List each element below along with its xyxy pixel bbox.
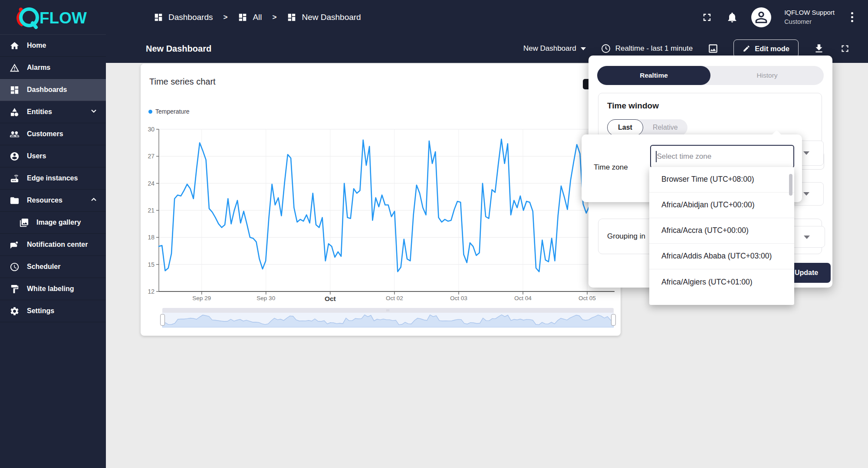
x-axis-tick-label: Oct 04 — [514, 295, 532, 301]
chart-legend[interactable]: Temperature — [148, 108, 190, 115]
chart-plot-area: 30272421181512 Sep 29Sep 30OctOct 02Oct … — [159, 129, 615, 291]
x-axis-tick-label: Oct — [325, 295, 336, 303]
alarms-icon — [10, 63, 20, 73]
timezone-option[interactable]: Africa/Abidjan (UTC+00:00) — [649, 193, 794, 218]
text-cursor — [656, 151, 657, 162]
sidebar-item-label: Entities — [27, 108, 52, 116]
user-name: IQFLOW Support — [784, 8, 835, 17]
sidebar-item-alarms[interactable]: Alarms — [0, 57, 106, 79]
sidebar-item-edge-instances[interactable]: Edge instances — [0, 167, 106, 190]
timezone-option[interactable]: Africa/Algiers (UTC+01:00) — [649, 269, 794, 295]
kebab-menu-icon[interactable] — [848, 10, 857, 24]
x-axis-tick-label: Oct 05 — [579, 295, 596, 301]
chart-range-selector[interactable]: ||| — [162, 308, 614, 328]
clock-icon — [601, 43, 611, 54]
grouping-interval-label: Grouping in — [607, 232, 645, 241]
edit-mode-button[interactable]: Edit mode — [733, 39, 799, 58]
y-axis-tick-label: 18 — [140, 234, 155, 241]
dashboards-icon — [287, 13, 296, 22]
resources-icon — [10, 196, 20, 206]
toggle-relative[interactable]: Relative — [643, 124, 687, 131]
toolbar-actions: New Dashboard Realtime - last 1 minute E… — [523, 39, 868, 58]
range-selector-preview[interactable] — [162, 313, 614, 327]
x-axis-tick-label: Sep 29 — [192, 295, 211, 301]
user-role: Customer — [784, 17, 835, 26]
time-window-button[interactable]: Realtime - last 1 minute — [601, 43, 693, 54]
customers-icon — [10, 129, 20, 139]
timezone-input-placeholder: Select time zone — [657, 152, 712, 161]
sidebar-item-entities[interactable]: Entities — [0, 101, 106, 123]
dashboard-select[interactable]: New Dashboard — [523, 44, 586, 53]
sidebar-item-label: Resources — [27, 196, 62, 204]
sidebar-item-users[interactable]: Users — [0, 145, 106, 167]
x-axis-tick-label: Sep 30 — [256, 295, 275, 301]
chevron-down-icon — [804, 236, 810, 239]
sidebar-item-customers[interactable]: Customers — [0, 123, 106, 145]
timezone-option[interactable]: Africa/Addis Ababa (UTC+03:00) — [649, 244, 794, 269]
y-axis-tick-label: 24 — [140, 180, 155, 187]
entities-icon — [10, 107, 20, 117]
chevron-down-icon — [803, 192, 809, 196]
sidebar-item-label: Scheduler — [27, 263, 60, 271]
iqflow-logo[interactable]: FLOW — [0, 6, 106, 29]
last-relative-toggle: Last Relative — [607, 119, 687, 136]
sidebar-item-scheduler[interactable]: Scheduler — [0, 256, 106, 278]
sidebar-item-label: Edge instances — [27, 174, 78, 182]
dashboards-icon — [154, 13, 163, 22]
app-root: FLOW Dashboards>All>New Dashboard IQFLOW… — [0, 0, 868, 468]
chevron-down-icon — [89, 107, 98, 117]
breadcrumb-item-new-dashboard[interactable]: New Dashboard — [287, 13, 361, 22]
image-export-icon[interactable] — [707, 43, 719, 54]
fullscreen-icon[interactable] — [701, 11, 713, 23]
page-title: New Dashboard — [146, 44, 211, 54]
timezone-options-list: Browser Time (UTC+08:00)Africa/Abidjan (… — [649, 167, 794, 295]
sidebar-item-label: Users — [27, 152, 46, 160]
timezone-option[interactable]: Browser Time (UTC+08:00) — [649, 167, 794, 193]
notifications-bell-icon[interactable] — [726, 11, 738, 23]
image-gallery-icon — [19, 218, 29, 228]
sidebar: HomeAlarmsDashboardsEntitiesCustomersUse… — [0, 34, 106, 468]
iqflow-logo-icon: FLOW — [16, 6, 90, 29]
x-axis-tick-label: Oct 02 — [386, 295, 403, 301]
sidebar-item-label: Image gallery — [36, 219, 81, 226]
breadcrumb-item-dashboards[interactable]: Dashboards — [154, 13, 213, 22]
download-icon[interactable] — [813, 43, 825, 54]
tab-realtime[interactable]: Realtime — [597, 66, 710, 85]
sidebar-item-label: Home — [27, 42, 46, 49]
svg-text:FLOW: FLOW — [39, 9, 87, 27]
person-icon — [753, 9, 770, 26]
y-axis-tick-label: 12 — [140, 288, 155, 295]
range-selector-drag-strip[interactable]: ||| — [162, 308, 614, 313]
sidebar-item-home[interactable]: Home — [0, 35, 106, 57]
edit-mode-label: Edit mode — [755, 45, 789, 53]
time-window-label: Realtime - last 1 minute — [615, 44, 693, 53]
breadcrumb-label: New Dashboard — [302, 13, 361, 22]
user-avatar[interactable] — [751, 7, 771, 27]
sidebar-item-label: Notification center — [27, 241, 88, 249]
y-axis-tick-label: 27 — [140, 153, 155, 160]
toggle-last[interactable]: Last — [607, 119, 643, 136]
user-info: IQFLOW Support Customer — [784, 8, 835, 26]
sidebar-item-notification-center[interactable]: Notification center — [0, 234, 106, 256]
breadcrumb-item-all[interactable]: All — [238, 13, 262, 22]
breadcrumb-label: All — [253, 13, 262, 22]
timezone-option[interactable]: Africa/Accra (UTC+00:00) — [649, 218, 794, 244]
dropdown-scrollbar-thumb[interactable] — [789, 174, 792, 196]
range-handle-right[interactable] — [611, 314, 616, 326]
timezone-field-label: Time zone — [594, 163, 628, 172]
sidebar-item-label: Dashboards — [27, 86, 67, 94]
breadcrumb-separator: > — [223, 13, 227, 22]
sidebar-item-resources[interactable]: Resources — [0, 190, 106, 212]
y-axis-tick-label: 21 — [140, 207, 155, 214]
sidebar-item-dashboards[interactable]: Dashboards — [0, 79, 106, 101]
range-handle-left[interactable] — [160, 314, 165, 326]
temperature-line-chart — [159, 129, 615, 291]
sidebar-item-white-labeling[interactable]: White labeling — [0, 278, 106, 300]
time-window-heading: Time window — [607, 101, 659, 111]
sidebar-item-settings[interactable]: Settings — [0, 300, 106, 322]
topbar-actions: IQFLOW Support Customer — [701, 7, 868, 27]
sidebar-item-image-gallery[interactable]: Image gallery — [0, 212, 106, 234]
timezone-search-input[interactable]: Select time zone — [650, 145, 794, 168]
fullscreen-dashboard-icon[interactable] — [839, 43, 851, 54]
tab-history[interactable]: History — [710, 66, 824, 85]
